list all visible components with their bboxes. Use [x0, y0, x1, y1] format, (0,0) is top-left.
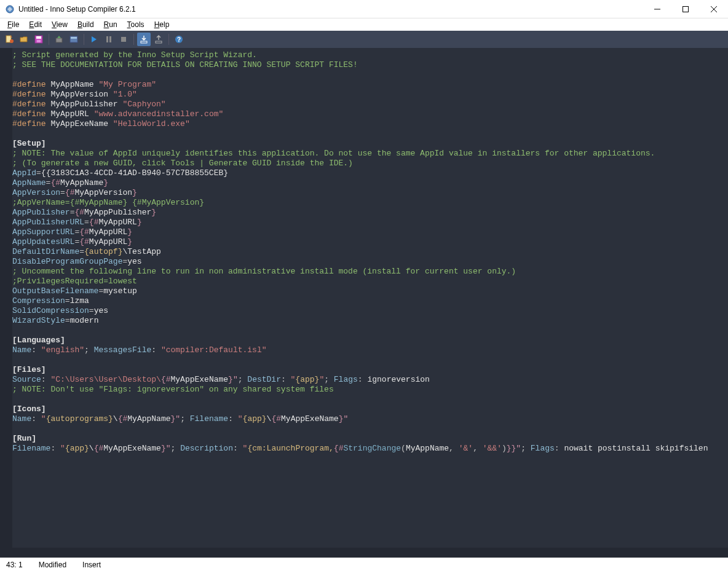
svg-text:?: ?: [177, 36, 181, 43]
gutter: [0, 48, 12, 548]
target-download-icon[interactable]: [137, 33, 151, 46]
toolbar-separator: [49, 34, 49, 45]
statusbar: 43: 1 Modified Insert: [0, 557, 728, 571]
menu-view[interactable]: View: [47, 19, 73, 30]
svg-point-6: [10, 39, 14, 43]
target-upload-icon[interactable]: [152, 33, 165, 46]
new-icon[interactable]: [2, 33, 16, 46]
svg-rect-14: [109, 36, 111, 42]
save-icon[interactable]: [32, 33, 46, 46]
svg-rect-12: [71, 37, 77, 39]
editor[interactable]: ; Script generated by the Inno Setup Scr…: [0, 48, 728, 548]
minimize-button[interactable]: [643, 0, 671, 18]
menu-tools[interactable]: Tools: [122, 19, 149, 30]
maximize-button[interactable]: [671, 0, 700, 18]
menu-file[interactable]: File: [2, 19, 24, 30]
toolbar-separator: [168, 34, 169, 45]
svg-rect-8: [36, 36, 41, 39]
output-panel: [0, 548, 728, 557]
menubar: File Edit View Build Run Tools Help: [0, 18, 728, 31]
pause-icon[interactable]: [102, 33, 116, 46]
toolbar-separator: [84, 34, 84, 45]
svg-rect-17: [156, 41, 162, 43]
code-content[interactable]: ; Script generated by the Inno Setup Scr…: [12, 48, 728, 548]
compile-icon[interactable]: [52, 33, 66, 46]
svg-rect-10: [56, 38, 62, 42]
menu-run[interactable]: Run: [99, 19, 122, 30]
svg-rect-13: [106, 36, 108, 42]
svg-rect-2: [683, 6, 689, 12]
compile-run-icon[interactable]: [67, 33, 81, 46]
modified-indicator: Modified: [39, 561, 71, 569]
cursor-position: 43: 1: [6, 561, 28, 569]
svg-rect-16: [141, 41, 147, 43]
svg-rect-15: [121, 37, 126, 42]
stop-icon[interactable]: [117, 33, 130, 46]
insert-mode: Insert: [82, 561, 106, 569]
menu-build[interactable]: Build: [73, 19, 99, 30]
app-icon: [5, 4, 15, 14]
help-icon[interactable]: ?: [172, 33, 186, 46]
menu-help[interactable]: Help: [149, 19, 175, 30]
window-title: Untitled - Inno Setup Compiler 6.2.1: [18, 5, 643, 14]
toolbar-separator: [133, 34, 134, 45]
close-button[interactable]: [700, 0, 728, 18]
open-icon[interactable]: [17, 33, 31, 46]
titlebar: Untitled - Inno Setup Compiler 6.2.1: [0, 0, 728, 18]
window-controls: [643, 0, 728, 18]
run-icon[interactable]: [87, 33, 101, 46]
menu-edit[interactable]: Edit: [24, 19, 47, 30]
svg-rect-9: [37, 40, 41, 42]
toolbar: ?: [0, 31, 728, 48]
